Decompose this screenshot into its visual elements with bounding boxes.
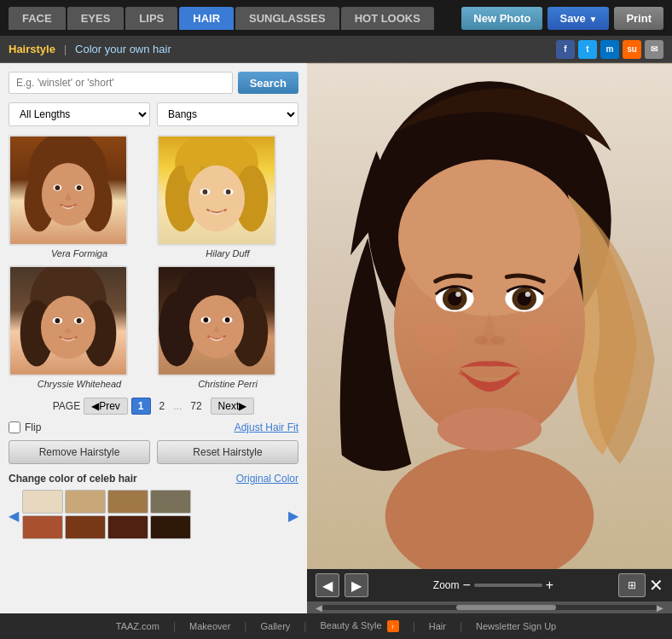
- footer-taaz-link[interactable]: TAAZ.com: [116, 621, 159, 631]
- photo-controls-bar: ◀ ▶ Zoom − + ⊞ ✕: [307, 569, 672, 601]
- color-swatch[interactable]: [65, 515, 106, 539]
- color-swatch[interactable]: [107, 515, 148, 539]
- list-item[interactable]: Chryssie Whitehead: [9, 265, 150, 389]
- svg-point-23: [55, 318, 60, 323]
- color-header: Change color of celeb hair Original Colo…: [9, 473, 298, 485]
- person-photo: [307, 63, 672, 569]
- myspace-icon[interactable]: m: [600, 40, 619, 59]
- tab-eyes[interactable]: EYES: [67, 7, 125, 30]
- scroll-right-button[interactable]: ▶: [657, 603, 663, 613]
- zoom-area: Zoom − +: [433, 578, 553, 593]
- svg-point-38: [398, 160, 581, 316]
- hairstyle-link[interactable]: Hairstyle: [9, 43, 55, 55]
- vera-formiga-label: Vera Formiga: [9, 248, 150, 259]
- list-item[interactable]: Hilary Duff: [157, 135, 298, 259]
- list-item[interactable]: Christine Perri: [157, 265, 298, 389]
- color-nav-row: ◀ ▶: [9, 490, 298, 541]
- photo-close-button[interactable]: ✕: [649, 573, 663, 597]
- color-swatch[interactable]: [22, 490, 63, 514]
- facebook-icon[interactable]: f: [556, 40, 575, 59]
- christine-perri-thumb[interactable]: [157, 265, 276, 376]
- photo-prev-button[interactable]: ◀: [316, 573, 339, 597]
- color-title: Change color of celeb hair: [9, 473, 137, 485]
- color-row-1: [22, 490, 285, 514]
- twitter-icon[interactable]: t: [578, 40, 597, 59]
- color-swatch[interactable]: [107, 490, 148, 514]
- photo-action-icons: ⊞ ✕: [618, 573, 663, 597]
- page-2[interactable]: 2: [154, 398, 171, 414]
- zoom-label: Zoom: [433, 579, 460, 591]
- svg-point-16: [226, 189, 231, 195]
- length-filter[interactable]: All Lengths Short Medium Long: [9, 102, 150, 126]
- search-button[interactable]: Search: [238, 72, 298, 94]
- new-photo-button[interactable]: New Photo: [461, 7, 542, 30]
- zoom-minus-icon[interactable]: −: [463, 578, 471, 593]
- scroll-left-button[interactable]: ◀: [316, 603, 322, 613]
- photo-grid-button[interactable]: ⊞: [618, 573, 646, 597]
- footer-hair-link[interactable]: Hair: [429, 621, 446, 631]
- page-ellipsis: ...: [173, 400, 182, 412]
- reset-hairstyle-button[interactable]: Reset Hairstyle: [157, 440, 298, 464]
- zoom-plus-icon[interactable]: +: [546, 578, 553, 593]
- photo-area: [307, 63, 672, 569]
- svg-point-48: [491, 336, 505, 345]
- search-row: Search: [9, 72, 298, 94]
- svg-rect-35: [429, 473, 551, 569]
- color-hair-link[interactable]: Color your own hair: [75, 43, 171, 55]
- tab-hot-looks[interactable]: HOT LOOKS: [341, 7, 434, 30]
- footer-gallery-link[interactable]: Gallery: [260, 621, 290, 631]
- vera-formiga-thumb[interactable]: [9, 135, 128, 246]
- original-color-link[interactable]: Original Color: [236, 473, 298, 485]
- stumbleupon-icon[interactable]: su: [623, 40, 641, 59]
- footer-beauty-link[interactable]: Beauty & Style r: [320, 620, 398, 633]
- tab-hair[interactable]: HAIR: [179, 7, 234, 30]
- svg-point-51: [437, 408, 542, 451]
- color-swatch[interactable]: [150, 515, 191, 539]
- social-icons: f t m su ✉: [556, 40, 663, 59]
- scrollbar-thumb: [456, 605, 557, 610]
- svg-point-31: [203, 317, 208, 322]
- photo-next-button[interactable]: ▶: [345, 573, 368, 597]
- hilary-duff-thumb[interactable]: [157, 135, 276, 246]
- prev-page-button[interactable]: ◀Prev: [84, 398, 128, 415]
- color-swatch[interactable]: [65, 490, 106, 514]
- color-swatch[interactable]: [150, 490, 191, 514]
- page-label: PAGE: [53, 400, 80, 412]
- color-prev-button[interactable]: ◀: [9, 508, 19, 524]
- next-page-button[interactable]: Next▶: [211, 398, 255, 415]
- main-layout: Search All Lengths Short Medium Long Ban…: [0, 63, 672, 613]
- scrollbar-track[interactable]: [322, 605, 657, 610]
- tab-lips[interactable]: LIPS: [125, 7, 177, 30]
- svg-point-24: [77, 318, 82, 323]
- search-input[interactable]: [9, 72, 233, 94]
- list-item[interactable]: Vera Formiga: [9, 135, 150, 259]
- footer-newsletter-link[interactable]: Newsletter Sign Up: [476, 621, 556, 631]
- svg-point-15: [202, 189, 207, 195]
- svg-point-47: [474, 336, 488, 345]
- print-button[interactable]: Print: [614, 7, 663, 30]
- top-actions: New Photo Save ▼ Print: [461, 7, 663, 30]
- svg-point-6: [55, 185, 60, 190]
- color-next-button[interactable]: ▶: [288, 508, 298, 524]
- page-total[interactable]: 72: [185, 398, 206, 414]
- color-swatch[interactable]: [22, 515, 63, 539]
- svg-point-49: [415, 322, 459, 354]
- email-icon[interactable]: ✉: [645, 40, 663, 59]
- footer: TAAZ.com | Makeover | Gallery | Beauty &…: [0, 613, 672, 639]
- tab-face[interactable]: FACE: [9, 7, 66, 30]
- footer-makeover-link[interactable]: Makeover: [189, 621, 230, 631]
- tab-sunglasses[interactable]: SUNGLASSES: [235, 7, 339, 30]
- right-panel: ◀ ▶ Zoom − + ⊞ ✕ ◀ ▶: [307, 63, 672, 613]
- style-filter[interactable]: Bangs Straight Wavy Curly Updo: [157, 102, 298, 126]
- adjust-hair-fit-link[interactable]: Adjust Hair Fit: [235, 421, 298, 433]
- flip-checkbox[interactable]: [9, 421, 20, 433]
- color-row-2: [22, 515, 285, 539]
- svg-point-7: [77, 185, 82, 190]
- svg-point-32: [225, 317, 230, 322]
- hilary-duff-label: Hilary Duff: [157, 248, 298, 259]
- pagination: PAGE ◀Prev 1 2 ... 72 Next▶: [9, 398, 298, 415]
- remove-hairstyle-button[interactable]: Remove Hairstyle: [9, 440, 150, 464]
- zoom-slider[interactable]: [474, 584, 542, 587]
- save-button[interactable]: Save ▼: [547, 7, 609, 30]
- chryssie-whitehead-thumb[interactable]: [9, 265, 128, 376]
